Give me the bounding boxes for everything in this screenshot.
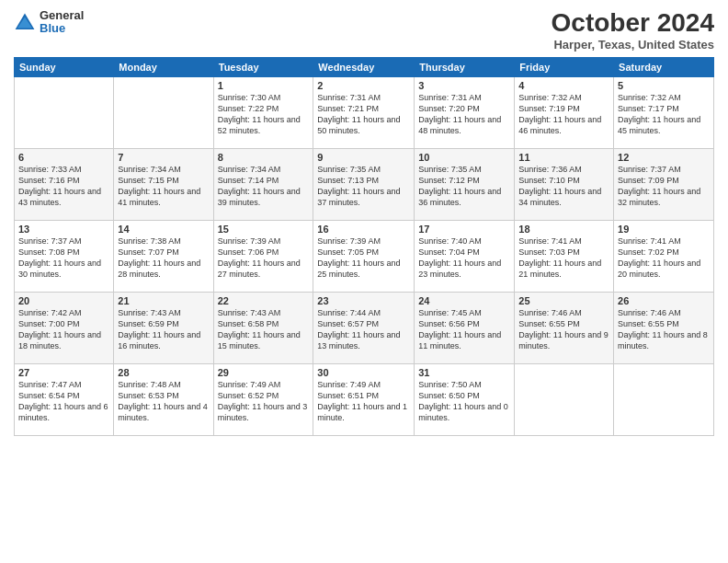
daylight-text: Daylight: 11 hours and 21 minutes. (518, 259, 601, 279)
col-friday: Friday (515, 57, 614, 76)
calendar-cell: 20 Sunrise: 7:42 AM Sunset: 7:00 PM Dayl… (15, 292, 114, 363)
sunset-text: Sunset: 6:50 PM (418, 391, 480, 400)
day-number: 2 (317, 80, 410, 91)
day-number: 23 (317, 295, 410, 306)
day-number: 31 (418, 367, 510, 378)
logo-icon (14, 11, 36, 33)
calendar-cell: 19 Sunrise: 7:41 AM Sunset: 7:02 PM Dayl… (614, 220, 714, 292)
sunset-text: Sunset: 7:03 PM (518, 247, 580, 257)
daylight-text: Daylight: 11 hours and 41 minutes. (118, 187, 200, 207)
day-number: 16 (317, 224, 410, 235)
sunset-text: Sunset: 6:55 PM (518, 319, 580, 328)
sunrise-text: Sunrise: 7:41 AM (518, 236, 582, 246)
calendar-cell: 12 Sunrise: 7:37 AM Sunset: 7:09 PM Dayl… (614, 148, 714, 220)
sunrise-text: Sunrise: 7:46 AM (518, 308, 582, 317)
day-number: 19 (618, 224, 710, 235)
sunrise-text: Sunrise: 7:30 AM (218, 93, 281, 102)
title-area: October 2024 Harper, Texas, United State… (552, 9, 714, 52)
calendar-cell: 10 Sunrise: 7:35 AM Sunset: 7:12 PM Dayl… (415, 148, 515, 220)
sunset-text: Sunset: 7:02 PM (618, 247, 679, 257)
location: Harper, Texas, United States (552, 38, 714, 52)
day-number: 25 (518, 295, 609, 306)
calendar-cell: 8 Sunrise: 7:34 AM Sunset: 7:14 PM Dayli… (213, 148, 313, 220)
sunset-text: Sunset: 7:04 PM (418, 247, 480, 257)
daylight-text: Daylight: 11 hours and 36 minutes. (418, 187, 501, 207)
calendar-cell: 29 Sunrise: 7:49 AM Sunset: 6:52 PM Dayl… (213, 363, 313, 435)
day-number: 12 (618, 152, 710, 163)
calendar-cell: 17 Sunrise: 7:40 AM Sunset: 7:04 PM Dayl… (415, 220, 515, 292)
sunset-text: Sunset: 7:08 PM (18, 247, 80, 257)
sunset-text: Sunset: 6:54 PM (18, 391, 80, 400)
sunrise-text: Sunrise: 7:39 AM (218, 236, 281, 246)
day-number: 26 (618, 295, 710, 306)
calendar-week-2: 6 Sunrise: 7:33 AM Sunset: 7:16 PM Dayli… (15, 148, 714, 220)
sunrise-text: Sunrise: 7:31 AM (317, 93, 381, 102)
calendar-week-3: 13 Sunrise: 7:37 AM Sunset: 7:08 PM Dayl… (15, 220, 714, 292)
day-number: 11 (518, 152, 609, 163)
calendar-cell: 14 Sunrise: 7:38 AM Sunset: 7:07 PM Dayl… (114, 220, 213, 292)
sunrise-text: Sunrise: 7:47 AM (18, 380, 82, 389)
day-number: 4 (518, 80, 609, 91)
sunrise-text: Sunrise: 7:45 AM (418, 308, 482, 317)
sunrise-text: Sunrise: 7:35 AM (418, 165, 482, 174)
calendar-week-5: 27 Sunrise: 7:47 AM Sunset: 6:54 PM Dayl… (15, 363, 714, 435)
sunrise-text: Sunrise: 7:46 AM (618, 308, 681, 317)
sunset-text: Sunset: 7:05 PM (317, 247, 379, 257)
calendar-cell: 22 Sunrise: 7:43 AM Sunset: 6:58 PM Dayl… (213, 292, 313, 363)
calendar-cell: 7 Sunrise: 7:34 AM Sunset: 7:15 PM Dayli… (114, 148, 213, 220)
daylight-text: Daylight: 11 hours and 18 minutes. (18, 330, 101, 350)
daylight-text: Daylight: 11 hours and 13 minutes. (317, 330, 400, 350)
sunset-text: Sunset: 7:21 PM (317, 104, 379, 113)
day-number: 5 (618, 80, 710, 91)
daylight-text: Daylight: 11 hours and 6 minutes. (18, 402, 108, 422)
daylight-text: Daylight: 11 hours and 48 minutes. (418, 115, 501, 135)
sunrise-text: Sunrise: 7:49 AM (317, 380, 381, 389)
sunset-text: Sunset: 7:06 PM (218, 247, 279, 257)
day-number: 8 (218, 152, 310, 163)
daylight-text: Daylight: 11 hours and 8 minutes. (618, 330, 708, 350)
calendar-cell: 30 Sunrise: 7:49 AM Sunset: 6:51 PM Dayl… (313, 363, 415, 435)
sunrise-text: Sunrise: 7:32 AM (518, 93, 582, 102)
sunset-text: Sunset: 7:10 PM (518, 176, 580, 185)
sunset-text: Sunset: 7:09 PM (618, 176, 679, 185)
sunrise-text: Sunrise: 7:34 AM (118, 165, 181, 174)
col-tuesday: Tuesday (213, 57, 313, 76)
daylight-text: Daylight: 11 hours and 0 minutes. (418, 402, 508, 422)
day-number: 24 (418, 295, 510, 306)
calendar-cell: 9 Sunrise: 7:35 AM Sunset: 7:13 PM Dayli… (313, 148, 415, 220)
calendar-cell: 26 Sunrise: 7:46 AM Sunset: 6:55 PM Dayl… (614, 292, 714, 363)
sunset-text: Sunset: 7:07 PM (118, 247, 179, 257)
header: General Blue October 2024 Harper, Texas,… (14, 9, 714, 52)
calendar-week-1: 1 Sunrise: 7:30 AM Sunset: 7:22 PM Dayli… (15, 76, 714, 148)
sunrise-text: Sunrise: 7:44 AM (317, 308, 381, 317)
day-number: 6 (18, 152, 109, 163)
sunset-text: Sunset: 7:15 PM (118, 176, 179, 185)
calendar-table: Sunday Monday Tuesday Wednesday Thursday… (14, 57, 714, 436)
day-number: 13 (18, 224, 109, 235)
calendar-cell: 2 Sunrise: 7:31 AM Sunset: 7:21 PM Dayli… (313, 76, 415, 148)
sunrise-text: Sunrise: 7:31 AM (418, 93, 482, 102)
daylight-text: Daylight: 11 hours and 50 minutes. (317, 115, 400, 135)
sunrise-text: Sunrise: 7:34 AM (218, 165, 281, 174)
day-number: 14 (118, 224, 209, 235)
daylight-text: Daylight: 11 hours and 39 minutes. (218, 187, 301, 207)
sunset-text: Sunset: 6:56 PM (418, 319, 480, 328)
day-number: 15 (218, 224, 310, 235)
daylight-text: Daylight: 11 hours and 28 minutes. (118, 259, 200, 279)
sunrise-text: Sunrise: 7:48 AM (118, 380, 181, 389)
daylight-text: Daylight: 11 hours and 34 minutes. (518, 187, 601, 207)
calendar-week-4: 20 Sunrise: 7:42 AM Sunset: 7:00 PM Dayl… (15, 292, 714, 363)
day-number: 30 (317, 367, 410, 378)
col-wednesday: Wednesday (313, 57, 415, 76)
col-thursday: Thursday (415, 57, 515, 76)
sunset-text: Sunset: 6:51 PM (317, 391, 379, 400)
day-number: 1 (218, 80, 310, 91)
page: General Blue October 2024 Harper, Texas,… (0, 0, 728, 563)
daylight-text: Daylight: 11 hours and 32 minutes. (618, 187, 700, 207)
sunrise-text: Sunrise: 7:36 AM (518, 165, 582, 174)
sunset-text: Sunset: 7:12 PM (418, 176, 480, 185)
sunset-text: Sunset: 7:13 PM (317, 176, 379, 185)
sunrise-text: Sunrise: 7:49 AM (218, 380, 281, 389)
calendar-cell: 31 Sunrise: 7:50 AM Sunset: 6:50 PM Dayl… (415, 363, 515, 435)
sunset-text: Sunset: 6:55 PM (618, 319, 679, 328)
